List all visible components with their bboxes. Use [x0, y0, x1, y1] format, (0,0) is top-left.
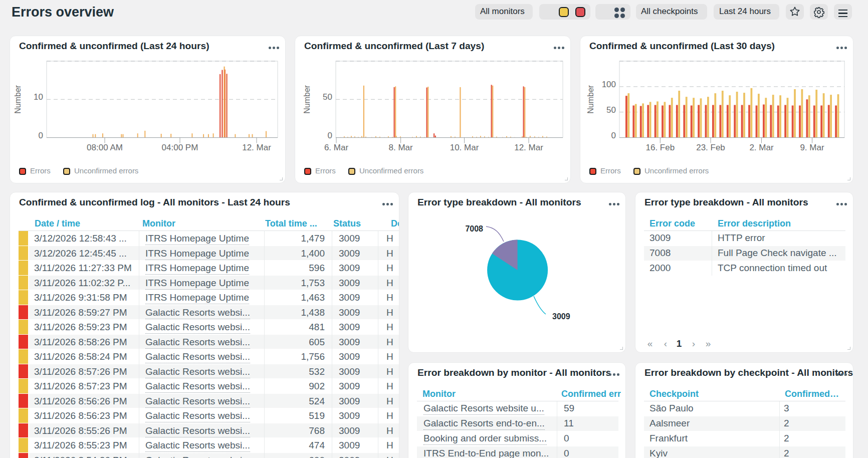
svg-text:16. Feb: 16. Feb: [645, 143, 675, 152]
svg-text:50: 50: [606, 105, 616, 115]
svg-text:Number: Number: [586, 85, 595, 114]
svg-text:10: 10: [34, 92, 43, 102]
svg-text:6. Mar: 6. Mar: [324, 143, 349, 152]
svg-text:3009: 3009: [552, 312, 570, 321]
svg-text:0: 0: [328, 131, 332, 140]
svg-text:50: 50: [323, 92, 332, 102]
svg-text:0: 0: [611, 131, 616, 140]
svg-text:7008: 7008: [465, 224, 483, 233]
svg-text:04:00 PM: 04:00 PM: [162, 143, 198, 152]
svg-text:Number: Number: [14, 85, 22, 114]
svg-text:8. Mar: 8. Mar: [389, 143, 413, 152]
svg-text:12. Mar: 12. Mar: [242, 143, 271, 152]
svg-text:08:00 AM: 08:00 AM: [87, 143, 123, 152]
svg-text:9. Mar: 9. Mar: [800, 143, 824, 152]
svg-text:23. Feb: 23. Feb: [696, 143, 725, 152]
svg-text:0: 0: [39, 131, 43, 140]
svg-text:100: 100: [602, 80, 616, 89]
svg-text:2. Mar: 2. Mar: [749, 143, 774, 152]
svg-text:Number: Number: [303, 85, 311, 114]
svg-text:12. Mar: 12. Mar: [514, 143, 543, 152]
svg-text:10. Mar: 10. Mar: [450, 143, 479, 152]
